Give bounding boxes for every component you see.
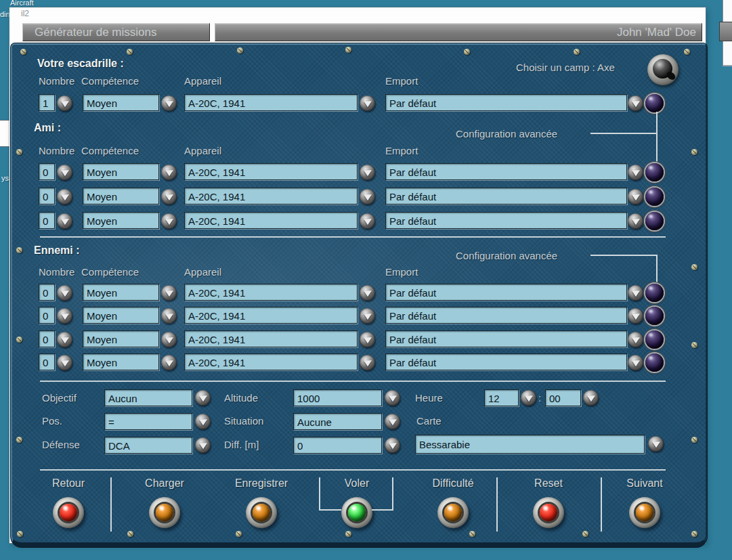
map-dropdown-arrow-icon[interactable] — [648, 436, 664, 452]
position-dropdown-arrow-icon[interactable] — [195, 414, 211, 429]
skill-field[interactable]: Moyen — [83, 353, 159, 370]
skill-dropdown-arrow-icon[interactable] — [161, 165, 177, 180]
count-field[interactable]: 0 — [39, 188, 55, 204]
config-led[interactable] — [645, 307, 664, 325]
hour-field[interactable]: 12 — [484, 389, 519, 406]
count-field[interactable]: 0 — [39, 353, 55, 370]
aircraft-dropdown-arrow-icon[interactable] — [360, 285, 375, 301]
skill-dropdown-arrow-icon[interactable] — [161, 189, 177, 204]
config-led[interactable] — [645, 212, 664, 230]
count-field[interactable]: 0 — [39, 330, 55, 347]
difficulty-m-dropdown-arrow-icon[interactable] — [385, 437, 400, 453]
skill-field[interactable]: Moyen — [83, 94, 159, 111]
aircraft-dropdown-arrow-icon[interactable] — [360, 213, 375, 229]
skill-field[interactable]: Moyen — [83, 307, 159, 324]
altitude-dropdown-arrow-icon[interactable] — [385, 390, 400, 406]
aircraft-field[interactable]: A-20C, 1941 — [184, 163, 358, 180]
count-field[interactable]: 0 — [39, 212, 55, 229]
count-dropdown-arrow-icon[interactable] — [57, 285, 72, 301]
loadout-dropdown-arrow-icon[interactable] — [628, 332, 643, 347]
loadout-field[interactable]: Par défaut — [385, 94, 627, 111]
loadout-field[interactable]: Par défaut — [385, 163, 627, 180]
loadout-dropdown-arrow-icon[interactable] — [628, 95, 643, 111]
loadout-field[interactable]: Par défaut — [385, 212, 627, 229]
reset-button[interactable] — [533, 497, 564, 528]
tab-pilot-name[interactable]: John 'Mad' Doe — [215, 23, 702, 41]
skill-field[interactable]: Moyen — [83, 330, 159, 347]
loadout-field[interactable]: Par défaut — [385, 284, 627, 301]
aircraft-field[interactable]: A-20C, 1941 — [184, 94, 358, 111]
position-field[interactable]: = — [104, 413, 192, 430]
objective-field[interactable]: Aucun — [104, 389, 192, 406]
skill-field[interactable]: Moyen — [83, 284, 159, 301]
skill-dropdown-arrow-icon[interactable] — [161, 285, 177, 301]
skill-dropdown-arrow-icon[interactable] — [161, 332, 177, 347]
fly-button[interactable] — [341, 497, 372, 528]
skill-dropdown-arrow-icon[interactable] — [161, 213, 177, 229]
count-dropdown-arrow-icon[interactable] — [57, 213, 72, 229]
count-field[interactable]: 0 — [39, 284, 55, 301]
tab-mission-generator[interactable]: Générateur de missions — [22, 23, 210, 41]
aircraft-dropdown-arrow-icon[interactable] — [360, 355, 375, 370]
loadout-dropdown-arrow-icon[interactable] — [628, 308, 643, 324]
count-field[interactable]: 0 — [39, 307, 55, 324]
aircraft-dropdown-arrow-icon[interactable] — [360, 308, 375, 324]
desktop-icon-label-din[interactable]: din — [0, 10, 10, 18]
aircraft-dropdown-arrow-icon[interactable] — [360, 165, 375, 180]
desktop-file-icon[interactable] — [0, 120, 10, 147]
aircraft-field[interactable]: A-20C, 1941 — [184, 284, 358, 301]
loadout-field[interactable]: Par défaut — [385, 307, 627, 324]
aircraft-field[interactable]: A-20C, 1941 — [184, 307, 358, 324]
back-button[interactable] — [53, 497, 84, 528]
count-dropdown-arrow-icon[interactable] — [57, 332, 72, 347]
next-button[interactable] — [629, 497, 660, 528]
config-led[interactable] — [645, 284, 664, 302]
skill-dropdown-arrow-icon[interactable] — [161, 95, 177, 111]
loadout-field[interactable]: Par défaut — [385, 353, 627, 370]
aircraft-field[interactable]: A-20C, 1941 — [184, 188, 358, 204]
count-field[interactable]: 1 — [39, 94, 55, 111]
situation-dropdown-arrow-icon[interactable] — [385, 414, 400, 429]
config-led[interactable] — [645, 188, 664, 206]
aircraft-field[interactable]: A-20C, 1941 — [184, 330, 358, 347]
skill-field[interactable]: Moyen — [83, 163, 159, 180]
skill-field[interactable]: Moyen — [83, 212, 159, 229]
hour-dropdown-arrow-icon[interactable] — [521, 390, 536, 406]
altitude-field[interactable]: 1000 — [293, 389, 382, 406]
count-field[interactable]: 0 — [39, 163, 55, 180]
objective-dropdown-arrow-icon[interactable] — [195, 390, 211, 406]
aircraft-dropdown-arrow-icon[interactable] — [360, 95, 375, 111]
aircraft-field[interactable]: A-20C, 1941 — [184, 212, 358, 229]
count-dropdown-arrow-icon[interactable] — [57, 189, 72, 204]
loadout-dropdown-arrow-icon[interactable] — [628, 165, 643, 180]
map-field[interactable]: Bessarabie — [415, 435, 645, 454]
loadout-field[interactable]: Par défaut — [385, 188, 627, 204]
config-led[interactable] — [645, 94, 664, 112]
aircraft-field[interactable]: A-20C, 1941 — [184, 353, 358, 370]
defense-dropdown-arrow-icon[interactable] — [195, 437, 211, 453]
config-led[interactable] — [645, 163, 664, 181]
config-led[interactable] — [645, 353, 664, 372]
difficulty-m-field[interactable]: 0 — [293, 437, 382, 454]
save-button[interactable] — [246, 497, 277, 528]
aircraft-dropdown-arrow-icon[interactable] — [360, 189, 375, 204]
minute-field[interactable]: 00 — [545, 389, 581, 406]
count-dropdown-arrow-icon[interactable] — [57, 355, 72, 370]
count-dropdown-arrow-icon[interactable] — [57, 165, 72, 180]
count-dropdown-arrow-icon[interactable] — [57, 308, 72, 324]
skill-dropdown-arrow-icon[interactable] — [161, 355, 177, 370]
loadout-dropdown-arrow-icon[interactable] — [628, 355, 643, 370]
skill-dropdown-arrow-icon[interactable] — [161, 308, 177, 324]
difficulty-button[interactable] — [437, 497, 469, 528]
situation-field[interactable]: Aucune — [293, 413, 382, 430]
desktop-icon-label-aircraft[interactable]: Aircraft — [10, 0, 34, 7]
loadout-dropdown-arrow-icon[interactable] — [628, 213, 643, 229]
defense-field[interactable]: DCA — [104, 437, 192, 454]
loadout-field[interactable]: Par défaut — [385, 330, 627, 347]
minute-dropdown-arrow-icon[interactable] — [583, 390, 599, 406]
skill-field[interactable]: Moyen — [83, 188, 159, 204]
count-dropdown-arrow-icon[interactable] — [57, 95, 72, 111]
loadout-dropdown-arrow-icon[interactable] — [628, 285, 643, 301]
loadout-dropdown-arrow-icon[interactable] — [628, 189, 643, 204]
config-led[interactable] — [645, 330, 664, 349]
